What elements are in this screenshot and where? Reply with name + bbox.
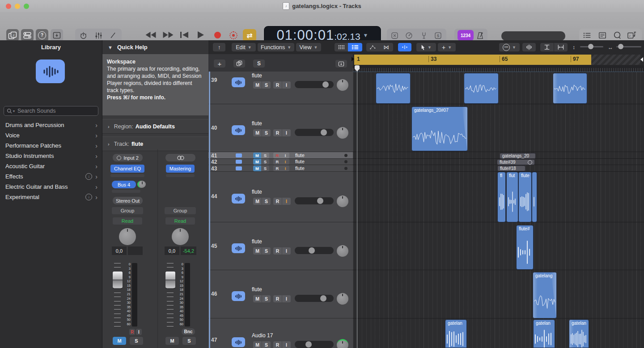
input-monitor-button[interactable]: I [282, 81, 291, 89]
input-slot-button[interactable]: Input 2 [113, 154, 143, 161]
download-icon[interactable]: ↓ [85, 173, 92, 180]
beat-ticks-row[interactable] [353, 65, 644, 72]
forward-button[interactable] [162, 31, 174, 38]
record-enable-button[interactable]: R [129, 329, 135, 335]
track-pan-knob[interactable] [337, 245, 348, 257]
empty-plugin-slot[interactable] [166, 174, 195, 177]
track-inspector-header[interactable]: › Track: flute [102, 136, 208, 151]
snap-menu[interactable]: ••• ▼ [499, 43, 520, 51]
mute-button[interactable]: M [253, 247, 262, 255]
audio-region-flute[interactable]: flute [518, 172, 532, 222]
note-pads-button[interactable] [597, 30, 608, 40]
input-monitor-button[interactable]: I [281, 159, 289, 165]
mute-button[interactable]: M [253, 129, 262, 136]
audio-region-flute-region[interactable]: flute# [516, 225, 534, 270]
quick-help-toggle-button[interactable]: ? [36, 29, 48, 42]
track-name[interactable]: flute [252, 120, 262, 127]
track-type-icon[interactable] [232, 243, 245, 253]
track-type-icon[interactable] [232, 125, 245, 135]
track-name[interactable]: flute [252, 286, 262, 293]
track-pan-knob[interactable] [337, 339, 348, 348]
secondary-tool-menu[interactable]: + ▼ [438, 43, 456, 51]
audio-region-flut[interactable]: flut [506, 172, 518, 222]
audio-region-gatelangs-20[interactable]: gatelangs_20 [500, 153, 536, 159]
audio-region-flute-18[interactable]: flute#18 [497, 166, 525, 171]
record-enable-button[interactable]: R [273, 129, 282, 136]
solo-button[interactable]: S [261, 159, 269, 165]
track-volume-slider[interactable] [295, 295, 334, 302]
track-name[interactable]: flute [252, 189, 262, 195]
audio-region-fl[interactable]: fl [497, 172, 506, 222]
audio-region[interactable] [553, 73, 587, 104]
smart-controls-button[interactable] [93, 30, 104, 40]
editor-pencil-button[interactable] [108, 30, 119, 40]
horizontal-zoom-slider[interactable] [616, 46, 641, 47]
audio-region[interactable] [532, 172, 537, 222]
automation-button[interactable] [366, 43, 380, 51]
scroll-up-button[interactable]: ↑ [213, 43, 225, 51]
audio-region-gatelan[interactable]: gatelan [533, 319, 555, 348]
input-monitor-button[interactable]: I [282, 247, 291, 255]
minimize-window-button[interactable] [15, 4, 20, 9]
tuning-button[interactable] [419, 30, 429, 40]
group-slot-button[interactable]: Group [165, 207, 196, 214]
send-level-knob[interactable] [137, 181, 146, 188]
automation-dot[interactable] [344, 160, 347, 163]
pan-value[interactable]: 0,0 [112, 246, 127, 255]
gain-value[interactable]: -54,2 [181, 246, 196, 255]
automation-dot[interactable] [344, 167, 347, 170]
midi-draw-button[interactable]: ⋈ [380, 43, 393, 51]
track-name[interactable]: flute [295, 159, 305, 164]
vertical-zoom-slider-knob[interactable] [588, 44, 593, 49]
automation-dot[interactable] [344, 154, 347, 157]
flex-button[interactable] [398, 43, 411, 51]
output-slot-button[interactable]: Stereo Out [113, 197, 143, 204]
horizontal-zoom-button[interactable] [554, 43, 568, 51]
input-monitor-button[interactable]: I [282, 341, 291, 348]
track-type-icon[interactable] [236, 153, 242, 157]
input-monitor-button[interactable]: I [282, 198, 291, 205]
track-header-41[interactable]: 41 M S R I flute [208, 152, 353, 159]
track-type-icon[interactable] [232, 291, 245, 301]
track-header-40[interactable]: 40 flute M S R I [208, 104, 353, 152]
output-format-button[interactable] [165, 154, 195, 161]
solo-button[interactable]: S [262, 341, 271, 348]
duplicate-track-button[interactable] [233, 59, 245, 68]
record-enable-button[interactable]: R [273, 153, 281, 158]
input-monitor-button[interactable]: I [136, 329, 142, 335]
volume-fader[interactable] [165, 272, 175, 288]
record-enable-button[interactable]: R [273, 159, 281, 165]
view-menu[interactable]: View▼ [296, 43, 321, 51]
bar-ruler[interactable]: 1 33 65 97 [353, 54, 644, 65]
track-pan-knob[interactable] [337, 79, 348, 91]
vertical-zoom-slider[interactable] [580, 46, 603, 47]
toolbar-toggle-button[interactable] [51, 29, 63, 42]
solo-mode-button[interactable]: S [433, 30, 443, 40]
audio-region-flute-39[interactable]: flute#39 [497, 159, 535, 165]
autopunch-button[interactable] [390, 30, 399, 40]
solo-button[interactable]: S [262, 198, 271, 205]
metronome-button[interactable] [475, 30, 485, 40]
track-type-icon[interactable] [232, 194, 245, 204]
record-button[interactable] [214, 32, 221, 38]
track-type-icon[interactable] [236, 160, 242, 164]
solo-button[interactable]: S [182, 337, 196, 345]
vertical-zoom-button[interactable] [540, 43, 554, 51]
mastering-slot-button[interactable]: Mastering [166, 165, 195, 173]
solo-button[interactable]: S [261, 153, 269, 158]
track-volume-slider[interactable] [295, 247, 334, 254]
record-enable-button[interactable]: R [273, 247, 282, 255]
rewind-button[interactable] [145, 31, 157, 38]
track-type-icon[interactable] [232, 337, 245, 347]
master-level-display[interactable] [501, 31, 565, 41]
send-bus4-button[interactable]: Bus 4 [112, 181, 136, 188]
pan-knob[interactable] [119, 228, 136, 245]
count-in-button[interactable]: 1234 [458, 30, 474, 41]
solo-button[interactable]: S [261, 166, 269, 171]
tempo-button[interactable] [404, 30, 414, 40]
track-solo-button[interactable]: S [253, 59, 265, 68]
region-inspector-header[interactable]: › Region: Audio Defaults [102, 119, 208, 134]
automation-mode-button[interactable]: Read [113, 217, 142, 225]
mute-button[interactable]: M [253, 153, 261, 158]
cycle-button[interactable]: ⇄ [243, 29, 256, 42]
